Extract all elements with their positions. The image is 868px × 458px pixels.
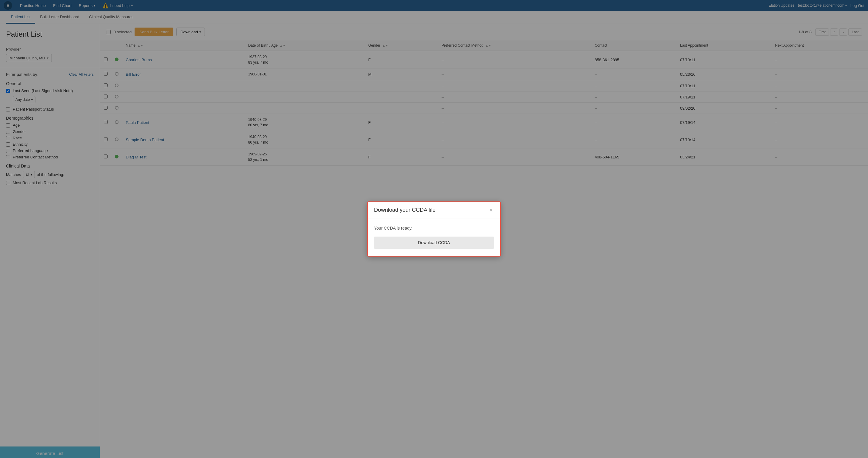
download-ccda-button[interactable]: Download CCDA — [374, 236, 494, 249]
modal-body: Your CCDA is ready. Download CCDA — [368, 219, 500, 256]
modal-close-button[interactable]: × — [488, 207, 494, 213]
modal-header: Download your CCDA file × — [368, 202, 500, 219]
modal-title: Download your CCDA file — [374, 207, 435, 213]
download-ccda-modal: Download your CCDA file × Your CCDA is r… — [367, 201, 501, 257]
modal-body-text: Your CCDA is ready. — [374, 226, 494, 230]
modal-overlay[interactable]: Download your CCDA file × Your CCDA is r… — [0, 0, 868, 458]
